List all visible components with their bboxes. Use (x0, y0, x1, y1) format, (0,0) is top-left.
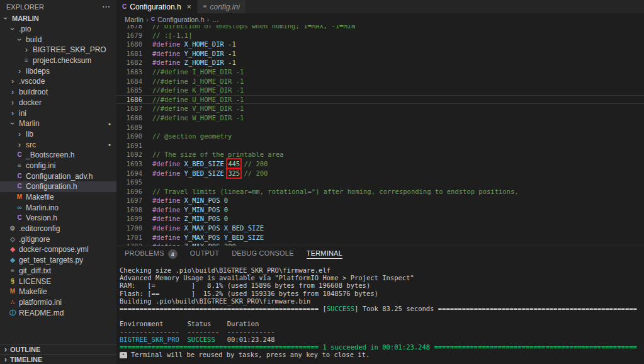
sidebar-section-outline[interactable]: ›OUTLINE (0, 344, 116, 354)
tree-item-get-test-targets-py[interactable]: ◆get_test_targets.py (0, 255, 116, 266)
panel-tab-bar: PROBLEMS4OUTPUTDEBUG CONSOLETERMINAL (116, 246, 644, 262)
code-line-1685[interactable]: 1685//#define K_HOME_DIR -1 (116, 86, 644, 95)
tree-item-label: MARLIN (10, 14, 39, 22)
code-text: //#define V_HOME_DIR -1 (142, 104, 244, 113)
tree-item-lib[interactable]: ›lib (0, 129, 116, 140)
code-line-1696[interactable]: 1696// Travel limits (linear=mm, rotatio… (116, 187, 644, 196)
code-line-1697[interactable]: 1697#define X_MIN_POS 0 (116, 196, 644, 205)
tree-item-vscode[interactable]: ›.vscode (0, 76, 116, 87)
code-line-1680[interactable]: 1680#define X_HOME_DIR -1 (116, 40, 644, 49)
editor-tab-bar: CConfiguration.h×≡config.ini (116, 0, 644, 13)
file-tree: ›MARLIN›.pio›build›BIGTREE_SKR_PRO≡proje… (0, 13, 116, 318)
panel-tab-label: PROBLEMS (125, 249, 164, 259)
tree-item-bigtree-skr-pro[interactable]: ›BIGTREE_SKR_PRO (0, 45, 116, 55)
panel-tab-debug-console[interactable]: DEBUG CONSOLE (232, 246, 294, 262)
code-line-1679[interactable]: 1679// :[-1,1] (116, 31, 644, 40)
code-text: // :[-1,1] (142, 31, 192, 40)
close-icon[interactable]: × (187, 3, 191, 11)
tree-item-license[interactable]: §LICENSE (0, 276, 116, 287)
tree-item-marlin[interactable]: ›MARLIN (0, 13, 116, 24)
tree-item-pio[interactable]: ›.pio (0, 24, 116, 35)
tree-item-ini[interactable]: ›ini (0, 108, 116, 118)
breadcrumb-item-configuration-h[interactable]: CConfiguration.h (151, 16, 205, 23)
code-line-1701[interactable]: 1701#define Y_MAX_POS Y_BED_SIZE (116, 233, 644, 242)
tree-item-docker-compose-yml[interactable]: ◆docker-compose.yml (0, 244, 116, 255)
tab-configuration-h[interactable]: CConfiguration.h× (116, 0, 198, 13)
code-line-1683[interactable]: 1683//#define I_HOME_DIR -1 (116, 67, 644, 77)
tree-item-marlin-ino[interactable]: ∞Marlin.ino (0, 202, 116, 213)
panel-tab-label: DEBUG CONSOLE (232, 249, 294, 259)
sidebar-section-timeline[interactable]: ›TIMELINE (0, 354, 116, 364)
terminal-output[interactable]: Checking size .pio\build\BIGTREE_SKR_PRO… (116, 262, 644, 358)
code-line-1686[interactable]: 1686//#define U_HOME_DIR -1 (116, 95, 644, 105)
code-line-1694[interactable]: 1694#define Y_BED_SIZE 325 // 200 (116, 169, 644, 178)
code-line-1699[interactable]: 1699#define Z_MIN_POS 0 (116, 214, 644, 224)
tree-item-src[interactable]: ›src● (0, 139, 116, 150)
tree-item-editorconfig[interactable]: ⚙.editorconfig (0, 224, 116, 234)
code-line-1693[interactable]: 1693#define X_BED_SIZE 445 // 200 (116, 159, 644, 169)
tree-item-build[interactable]: ›build (0, 34, 116, 45)
tree-item-marlin[interactable]: ›Marlin● (0, 118, 116, 129)
tree-item-version-h[interactable]: CVersion.h (0, 213, 116, 224)
tree-item-platformio-ini[interactable]: ∴platformio.ini (0, 297, 116, 308)
code-editor[interactable]: 1678// Direction of endstops when homing… (116, 25, 644, 246)
tree-item-gitignore[interactable]: ◇.gitignore (0, 234, 116, 244)
tab-label: Configuration.h (130, 3, 181, 11)
panel-tab-terminal[interactable]: TERMINAL (307, 246, 342, 262)
tree-item-configuration-adv-h[interactable]: CConfiguration_adv.h (0, 171, 116, 181)
code-line-1681[interactable]: 1681#define Y_HOME_DIR -1 (116, 49, 644, 59)
tree-item-makefile[interactable]: MMakefile (0, 287, 116, 297)
code-text: #define Y_MIN_POS 0 (142, 205, 228, 215)
makefile-icon: M (8, 288, 17, 295)
code-line-1691[interactable]: 1691 (116, 141, 644, 151)
code-line-1690[interactable]: 1690// @section geometry (116, 132, 644, 141)
breadcrumb-item-[interactable]: … (212, 16, 218, 23)
code-line-1695[interactable]: 1695 (116, 178, 644, 187)
code-line-1698[interactable]: 1698#define Y_MIN_POS 0 (116, 205, 644, 215)
line-number: 1679 (116, 31, 142, 40)
tree-item-bootscreen-h[interactable]: C_Bootscreen.h (0, 150, 116, 161)
tab-config-ini[interactable]: ≡config.ini (198, 0, 246, 13)
tree-item-label: build (24, 35, 42, 44)
code-line-1689[interactable]: 1689 (116, 123, 644, 132)
code-line-1684[interactable]: 1684//#define J_HOME_DIR -1 (116, 77, 644, 86)
code-line-1700[interactable]: 1700#define X_MAX_POS X_BED_SIZE (116, 224, 644, 233)
arduino-file-icon: ∞ (15, 205, 24, 211)
breadcrumb-label: … (212, 16, 218, 23)
c-file-icon: C (122, 4, 127, 10)
tree-item-config-ini[interactable]: ≡config.ini (0, 161, 116, 171)
more-actions-icon[interactable]: ⋯ (102, 2, 110, 11)
c-file-icon: C (15, 152, 24, 158)
code-text: //#define W_HOME_DIR -1 (142, 113, 244, 123)
code-text (142, 123, 152, 132)
code-line-1678[interactable]: 1678// Direction of endstops when homing… (116, 25, 644, 31)
tree-item-libdeps[interactable]: ›libdeps (0, 65, 116, 76)
section-label: OUTLINE (10, 346, 40, 353)
line-number: 1701 (116, 233, 142, 242)
tree-item-label: .vscode (17, 77, 45, 86)
tree-item-label: docker (17, 98, 42, 107)
annotation-red-box: 325 (228, 169, 240, 177)
breadcrumb-item-marlin[interactable]: Marlin (125, 16, 144, 23)
explorer-title: EXPLORER (6, 3, 44, 11)
chevron-down-icon: › (9, 119, 16, 128)
chevron-right-icon: › (15, 141, 24, 149)
code-line-1682[interactable]: 1682#define Z_HOME_DIR -1 (116, 58, 644, 67)
terminal-line: Building .pio\build\BIGTREE_SKR_PRO\firm… (120, 297, 644, 305)
line-number: 1687 (116, 104, 142, 113)
chevron-right-icon: › (22, 46, 31, 54)
tree-item-project-checksum[interactable]: ≡project.checksum (0, 55, 116, 66)
tree-item-git-diff-txt[interactable]: ≡git_diff.txt (0, 266, 116, 276)
tree-item-docker[interactable]: ›docker (0, 98, 116, 108)
code-line-1692[interactable]: 1692// The size of the printable area (116, 150, 644, 159)
panel-tab-problems[interactable]: PROBLEMS4 (125, 246, 178, 262)
tree-item-readme-md[interactable]: ⓘREADME.md (0, 307, 116, 318)
tree-item-buildroot[interactable]: ›buildroot (0, 87, 116, 98)
line-number: 1692 (116, 150, 142, 159)
tree-item-makefile[interactable]: MMakefile (0, 192, 116, 203)
code-line-1687[interactable]: 1687//#define V_HOME_DIR -1 (116, 104, 644, 113)
code-line-1688[interactable]: 1688//#define W_HOME_DIR -1 (116, 113, 644, 123)
panel-tab-output[interactable]: OUTPUT (190, 246, 219, 262)
line-number: 1682 (116, 58, 142, 67)
tree-item-configuration-h[interactable]: CConfiguration.h (0, 181, 116, 192)
